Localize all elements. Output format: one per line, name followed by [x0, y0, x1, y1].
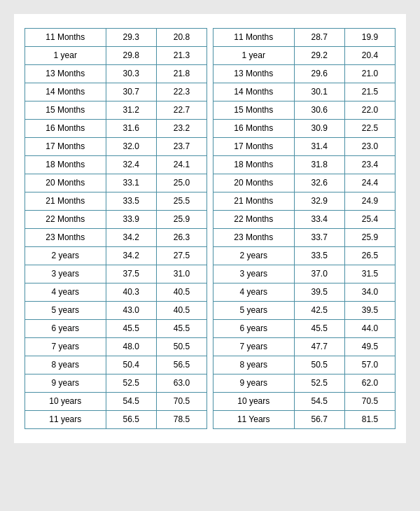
- age-cell: 9 years: [25, 374, 106, 393]
- table-row: 8 years50.456.5: [25, 356, 207, 374]
- age-cell: 20 Months: [25, 174, 106, 192]
- val1-cell: 28.7: [294, 29, 344, 47]
- val2-cell: 31.5: [344, 265, 395, 284]
- age-cell: 4 years: [214, 284, 295, 302]
- val1-cell: 54.5: [294, 393, 344, 411]
- val1-cell: 50.4: [106, 356, 156, 374]
- val1-cell: 45.5: [294, 320, 344, 338]
- table-row: 21 Months32.924.9: [214, 192, 396, 211]
- val2-cell: 22.0: [344, 102, 395, 120]
- val1-cell: 39.5: [294, 284, 344, 302]
- val1-cell: 31.2: [106, 102, 156, 120]
- val2-cell: 49.5: [344, 338, 395, 356]
- table-row: 23 Months34.226.3: [25, 229, 207, 247]
- val2-cell: 45.5: [156, 320, 206, 338]
- table-row: 8 years50.557.0: [214, 356, 396, 374]
- table-row: 1 year29.220.4: [214, 47, 396, 65]
- val1-cell: 33.7: [294, 229, 344, 247]
- age-cell: 14 Months: [25, 83, 106, 102]
- val1-cell: 34.2: [106, 229, 156, 247]
- age-cell: 5 years: [214, 302, 295, 320]
- val1-cell: 29.3: [106, 29, 156, 47]
- age-cell: 3 years: [214, 265, 295, 284]
- table-row: 20 Months32.624.4: [214, 174, 396, 192]
- val2-cell: 78.5: [156, 411, 206, 429]
- val1-cell: 31.8: [294, 156, 344, 174]
- val1-cell: 32.4: [106, 156, 156, 174]
- val2-cell: 21.3: [156, 47, 206, 65]
- val2-cell: 57.0: [344, 356, 395, 374]
- age-cell: 21 Months: [25, 192, 106, 211]
- age-cell: 7 years: [25, 338, 106, 356]
- table-row: 7 years47.749.5: [214, 338, 396, 356]
- age-cell: 20 Months: [214, 174, 295, 192]
- table-row: 1 year29.821.3: [25, 47, 207, 65]
- table-row: 10 years54.570.5: [25, 393, 207, 411]
- table-row: 17 Months31.423.0: [214, 138, 396, 156]
- val2-cell: 24.4: [344, 174, 395, 192]
- table-row: 18 Months32.424.1: [25, 156, 207, 174]
- val1-cell: 32.9: [294, 192, 344, 211]
- val1-cell: 30.3: [106, 65, 156, 83]
- val2-cell: 23.7: [156, 138, 206, 156]
- age-cell: 11 Months: [25, 29, 106, 47]
- val1-cell: 32.0: [106, 138, 156, 156]
- table-row: 20 Months33.125.0: [25, 174, 207, 192]
- val2-cell: 22.5: [344, 120, 395, 138]
- val2-cell: 62.0: [344, 374, 395, 393]
- val2-cell: 25.4: [344, 211, 395, 229]
- age-cell: 9 years: [214, 374, 295, 393]
- table-row: 13 Months29.621.0: [214, 65, 396, 83]
- age-cell: 22 Months: [25, 211, 106, 229]
- val2-cell: 25.9: [156, 211, 206, 229]
- table-row: 4 years39.534.0: [214, 284, 396, 302]
- val2-cell: 25.9: [344, 229, 395, 247]
- age-cell: 21 Months: [214, 192, 295, 211]
- table-row: 16 Months31.623.2: [25, 120, 207, 138]
- table-row: 7 years48.050.5: [25, 338, 207, 356]
- table-row: 6 years45.545.5: [25, 320, 207, 338]
- val2-cell: 20.8: [156, 29, 206, 47]
- age-cell: 2 years: [25, 247, 106, 265]
- val2-cell: 63.0: [156, 374, 206, 393]
- val1-cell: 34.2: [106, 247, 156, 265]
- age-cell: 15 Months: [25, 102, 106, 120]
- val1-cell: 56.5: [106, 411, 156, 429]
- table-row: 14 Months30.121.5: [214, 83, 396, 102]
- val1-cell: 52.5: [294, 374, 344, 393]
- val1-cell: 40.3: [106, 284, 156, 302]
- table-row: 11 Months29.320.8: [25, 29, 207, 47]
- val2-cell: 21.8: [156, 65, 206, 83]
- val2-cell: 24.9: [344, 192, 395, 211]
- val2-cell: 50.5: [156, 338, 206, 356]
- val1-cell: 52.5: [106, 374, 156, 393]
- val2-cell: 70.5: [344, 393, 395, 411]
- age-cell: 8 years: [25, 356, 106, 374]
- age-cell: 1 year: [214, 47, 295, 65]
- age-cell: 13 Months: [25, 65, 106, 83]
- val1-cell: 29.2: [294, 47, 344, 65]
- age-cell: 5 years: [25, 302, 106, 320]
- val1-cell: 33.5: [294, 247, 344, 265]
- age-cell: 1 year: [25, 47, 106, 65]
- val1-cell: 37.5: [106, 265, 156, 284]
- age-cell: 18 Months: [25, 156, 106, 174]
- table-row: 11 Months28.719.9: [214, 29, 396, 47]
- age-cell: 7 years: [214, 338, 295, 356]
- val1-cell: 29.8: [106, 47, 156, 65]
- age-cell: 16 Months: [25, 120, 106, 138]
- val2-cell: 26.5: [344, 247, 395, 265]
- age-cell: 11 years: [25, 411, 106, 429]
- val1-cell: 54.5: [106, 393, 156, 411]
- val2-cell: 23.2: [156, 120, 206, 138]
- age-cell: 4 years: [25, 284, 106, 302]
- val1-cell: 37.0: [294, 265, 344, 284]
- val2-cell: 21.0: [344, 65, 395, 83]
- age-cell: 14 Months: [214, 83, 295, 102]
- table-left: 11 Months29.320.81 year29.821.313 Months…: [24, 28, 207, 429]
- table-row: 9 years52.563.0: [25, 374, 207, 393]
- val1-cell: 30.6: [294, 102, 344, 120]
- tables-wrapper: 11 Months29.320.81 year29.821.313 Months…: [24, 28, 396, 429]
- age-cell: 11 Years: [214, 411, 295, 429]
- val2-cell: 19.9: [344, 29, 395, 47]
